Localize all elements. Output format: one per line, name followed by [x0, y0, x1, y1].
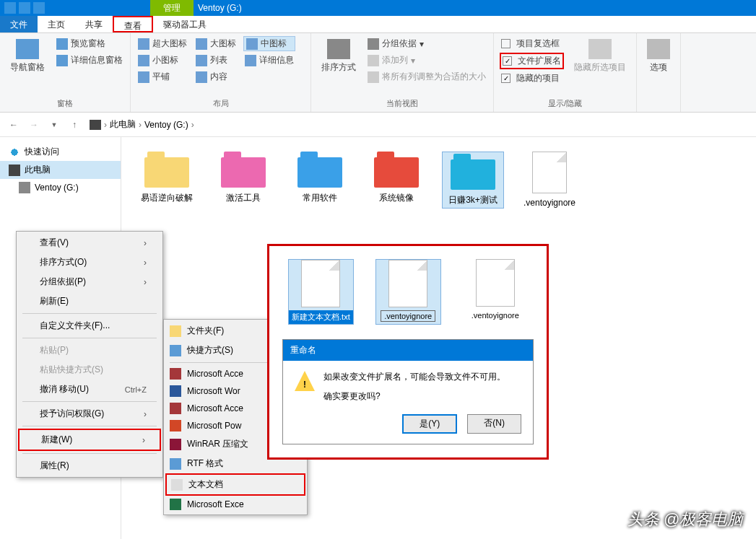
- label: 添加列: [382, 54, 408, 66]
- view-list[interactable]: 列表: [194, 53, 238, 68]
- view-content[interactable]: 内容: [194, 69, 238, 84]
- details-icon: [245, 55, 256, 66]
- view-details[interactable]: 详细信息: [243, 53, 295, 68]
- label: 属性(R): [40, 460, 69, 472]
- back-button[interactable]: ←: [6, 117, 22, 133]
- options-icon: [647, 39, 670, 59]
- up-button[interactable]: ↑: [66, 117, 82, 133]
- tab-view[interactable]: 查看: [113, 16, 153, 32]
- sort-button[interactable]: 排序方式: [317, 36, 360, 97]
- label: 文件扩展名: [518, 55, 561, 67]
- nav-pane-icon: [16, 39, 39, 59]
- label: 预览窗格: [71, 38, 105, 50]
- group-by-button[interactable]: 分组依据 ▾: [366, 36, 487, 51]
- qat-icon[interactable]: [33, 2, 45, 14]
- ctx-view[interactable]: 查看(V)›: [18, 233, 161, 253]
- folder-item[interactable]: 日赚3k+测试: [442, 152, 504, 209]
- file-item[interactable]: .ventoyignore: [463, 259, 528, 325]
- access-icon: [170, 368, 181, 380]
- window-title: Ventoy (G:): [198, 3, 242, 13]
- sidebar-item-drive[interactable]: Ventoy (G:): [0, 179, 121, 196]
- file-item[interactable]: .ventoyignore: [375, 259, 441, 325]
- recent-dropdown[interactable]: ▼: [46, 117, 62, 133]
- hide-selected-button[interactable]: 隐藏所选项目: [570, 36, 630, 97]
- shortcut: Ctrl+Z: [125, 385, 147, 394]
- chevron-right-icon: ›: [144, 258, 147, 268]
- view-tiles[interactable]: 平铺: [136, 69, 188, 84]
- text-icon: [171, 479, 183, 491]
- sidebar-item-quick-access[interactable]: 快速访问: [0, 143, 121, 161]
- folder-item[interactable]: 激活工具: [212, 152, 274, 204]
- xlarge-icon: [138, 38, 149, 50]
- ctx-properties[interactable]: 属性(R): [18, 456, 161, 476]
- file-label: 常用软件: [303, 192, 337, 204]
- label: 选项: [650, 61, 667, 74]
- ctx-paste-shortcut[interactable]: 粘贴快捷方式(S): [18, 360, 161, 380]
- watermark-prefix: 头条: [627, 509, 659, 530]
- tab-home[interactable]: 主页: [38, 16, 75, 32]
- folder-icon: [297, 152, 342, 188]
- view-large[interactable]: 大图标: [194, 36, 238, 51]
- sidebar-item-this-pc[interactable]: 此电脑: [0, 161, 121, 179]
- crumb-drive[interactable]: Ventoy (G:): [144, 120, 188, 130]
- file-item[interactable]: .ventoyignore: [518, 152, 581, 208]
- tab-share[interactable]: 共享: [75, 16, 113, 32]
- hidden-items-toggle[interactable]: ✓隐藏的项目: [500, 71, 564, 86]
- file-label-editing[interactable]: .ventoyignore: [381, 310, 435, 322]
- contextual-tab-manage[interactable]: 管理: [150, 0, 194, 16]
- ctx-new[interactable]: 新建(W)›: [18, 429, 161, 451]
- access-icon: [170, 403, 181, 414]
- file-extensions-toggle[interactable]: ✓文件扩展名: [500, 53, 564, 69]
- size-icon: [368, 71, 379, 83]
- app-icon: [4, 2, 16, 14]
- file-label: 易语逆向破解: [141, 192, 193, 204]
- forward-button[interactable]: →: [26, 117, 42, 133]
- tab-drive-tools[interactable]: 驱动器工具: [153, 16, 217, 32]
- label: Microsoft Exce: [187, 499, 244, 509]
- nav-pane-button[interactable]: 导航窗格: [6, 36, 49, 97]
- separator: [22, 338, 157, 338]
- context-menu[interactable]: 查看(V)› 排序方式(O)› 分组依据(P)› 刷新(E) 自定义文件夹(F)…: [16, 231, 163, 478]
- view-extra-large[interactable]: 超大图标: [136, 36, 188, 51]
- label: RTF 格式: [187, 457, 223, 470]
- add-columns-button[interactable]: 添加列 ▾: [366, 53, 487, 68]
- options-button[interactable]: 选项: [643, 36, 674, 108]
- new-text[interactable]: 文本文档: [165, 473, 305, 496]
- separator: [22, 401, 157, 402]
- yes-button[interactable]: 是(Y): [402, 414, 457, 434]
- file-icon: [476, 259, 515, 307]
- label: 大图标: [210, 38, 236, 50]
- file-item[interactable]: 新建文本文档.txt: [288, 259, 354, 325]
- folder-icon: [451, 154, 495, 190]
- ctx-customize[interactable]: 自定义文件夹(F)...: [18, 316, 161, 336]
- preview-pane-button[interactable]: 预览窗格: [55, 36, 124, 51]
- label: 隐藏所选项目: [574, 61, 626, 74]
- label: 快速访问: [25, 146, 59, 158]
- file-label: 日赚3k+测试: [448, 194, 498, 206]
- ribbon-group-panes: 导航窗格 预览窗格 详细信息窗格 窗格: [0, 33, 131, 112]
- ctx-grant-access[interactable]: 授予访问权限(G)›: [18, 404, 161, 424]
- label: 排序方式(O): [40, 256, 87, 268]
- size-columns-button[interactable]: 将所有列调整为合适的大小: [366, 69, 487, 84]
- item-checkboxes-toggle[interactable]: 项目复选框: [500, 36, 564, 51]
- folder-item[interactable]: 易语逆向破解: [136, 152, 198, 204]
- folder-item[interactable]: 常用软件: [289, 152, 351, 204]
- large-icon: [196, 38, 207, 50]
- ctx-undo-move[interactable]: 撤消 移动(U)Ctrl+Z: [18, 380, 161, 399]
- view-small[interactable]: 小图标: [136, 53, 188, 68]
- no-button[interactable]: 否(N): [467, 414, 521, 434]
- group-label: 窗格: [6, 97, 124, 112]
- new-excel[interactable]: Microsoft Exce: [165, 496, 305, 513]
- qat-icon[interactable]: [19, 2, 30, 14]
- ctx-refresh[interactable]: 刷新(E): [18, 292, 161, 311]
- breadcrumb[interactable]: › 此电脑 › Ventoy (G:) ›: [90, 118, 194, 131]
- details-pane-button[interactable]: 详细信息窗格: [55, 53, 124, 68]
- ctx-sort[interactable]: 排序方式(O)›: [18, 253, 161, 272]
- ctx-paste[interactable]: 粘贴(P): [18, 341, 161, 360]
- view-medium[interactable]: 中图标: [243, 36, 295, 51]
- crumb-this-pc[interactable]: 此电脑: [110, 118, 136, 131]
- folder-item[interactable]: 系统镜像: [365, 152, 427, 204]
- tab-file[interactable]: 文件: [0, 16, 38, 32]
- ctx-group[interactable]: 分组依据(P)›: [18, 272, 161, 292]
- file-label-editing[interactable]: 新建文本文档.txt: [289, 310, 353, 324]
